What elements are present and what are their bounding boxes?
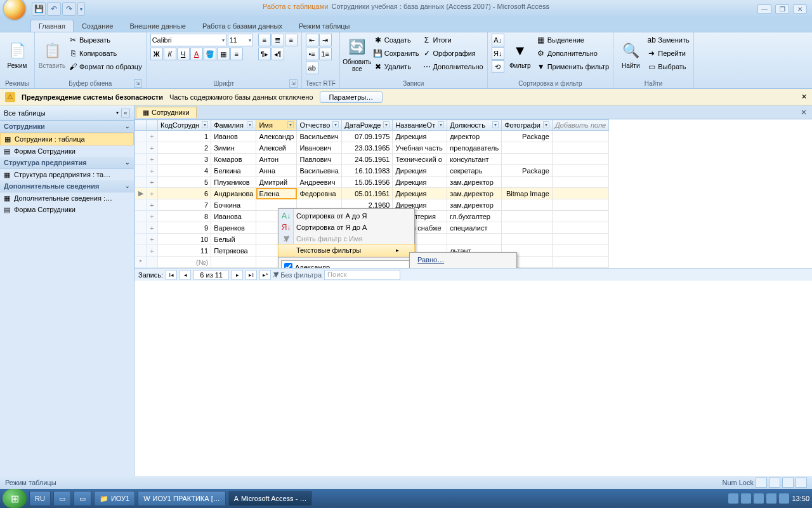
no-filter-indicator[interactable]: ▼̸Без фильтра (273, 271, 322, 279)
filter-checkbox[interactable] (284, 263, 292, 268)
cell-position[interactable]: зам.директор (447, 199, 502, 211)
cell-photo[interactable]: Package (502, 131, 553, 142)
selection-filter-button[interactable]: ▦Выделение (536, 34, 610, 46)
cell-dept[interactable]: Дирекция (393, 177, 447, 188)
underline-button[interactable]: Ч (177, 48, 190, 60)
bullets-button[interactable]: •≡ (306, 48, 318, 60)
close-button[interactable]: ✕ (793, 4, 807, 14)
cell-add[interactable] (552, 222, 608, 234)
table-row[interactable]: + 2 Зимин Алексей Иванович 23.03.1965 Уч… (135, 142, 609, 154)
record-search-input[interactable]: Поиск (324, 270, 400, 280)
cell-firstname[interactable]: Александр (256, 131, 297, 142)
expand-button[interactable]: + (147, 142, 158, 154)
font-color-button[interactable]: A (190, 48, 203, 60)
expand-button[interactable]: + (147, 165, 158, 177)
expand-button[interactable]: + (147, 199, 158, 211)
cell-lastname[interactable]: Бочкина (211, 199, 256, 211)
find-button[interactable]: 🔍 Найти (617, 34, 644, 76)
col-midname[interactable]: Отчество▾ (297, 120, 342, 131)
prev-record-button[interactable]: ◂ (180, 270, 191, 280)
row-selector[interactable] (135, 154, 147, 165)
cell-position[interactable]: зам.директор (447, 177, 502, 188)
table-row[interactable]: + 4 Белкина Анна Васильевна 16.10.1983 Д… (135, 165, 609, 177)
cell-photo[interactable]: Package (502, 165, 553, 177)
tray-icon[interactable] (741, 493, 751, 504)
cell-lastname[interactable]: Иванов (211, 131, 256, 142)
next-record-button[interactable]: ▸ (232, 270, 243, 280)
language-bar[interactable]: RU (29, 491, 51, 506)
expand-button[interactable]: + (147, 177, 158, 188)
cell-lastname[interactable]: Варенков (211, 222, 256, 234)
cell-dob[interactable]: 16.10.1983 (342, 165, 393, 177)
cell-add[interactable] (552, 199, 608, 211)
expand-button[interactable]: + (147, 222, 158, 234)
cell-add[interactable] (552, 234, 608, 245)
cell-id[interactable]: 1 (158, 131, 211, 142)
cell-firstname[interactable]: Антон (256, 154, 297, 165)
cell-add[interactable] (552, 188, 608, 199)
tab-create[interactable]: Создание (74, 20, 122, 32)
quick-launch-2[interactable]: ▭ (74, 491, 91, 506)
advanced-filter-button[interactable]: ⚙Дополнительно (536, 47, 610, 60)
last-record-button[interactable]: ▸I (246, 270, 257, 280)
spelling-button[interactable]: ✓Орфография (422, 47, 483, 60)
row-selector-header[interactable] (135, 120, 147, 131)
row-selector[interactable] (135, 211, 147, 222)
align-left-button[interactable]: ≡ (258, 34, 271, 46)
nav-item-additional-form[interactable]: ▤Форма Сотрудники (0, 204, 134, 215)
cell-midname[interactable]: Васильевна (297, 165, 342, 177)
cell-photo[interactable] (502, 154, 553, 165)
cell-add[interactable] (552, 154, 608, 165)
cell-photo[interactable]: Bitmap Image (502, 188, 553, 199)
record-position-input[interactable] (193, 270, 229, 280)
undo-icon[interactable]: ↶ (47, 2, 61, 16)
cell-firstname[interactable]: Дмитрий (256, 177, 297, 188)
cell-id[interactable]: 2 (158, 142, 211, 154)
expand-button[interactable]: + (147, 234, 158, 245)
cell-dob[interactable]: 05.01.1961 (342, 188, 393, 199)
nav-group-structure[interactable]: Структура предприятия⌄ (0, 157, 134, 169)
cell-dob[interactable]: 24.05.1961 (342, 154, 393, 165)
cell-position[interactable] (447, 234, 502, 245)
toggle-filter-button[interactable]: ▼Применить фильтр (536, 60, 610, 73)
datasheet-grid[interactable]: КодСотрудн▾ Фамилия▾ Имя▾ Отчество▾ Дата… (134, 119, 812, 268)
cell-firstname[interactable]: Анна (256, 165, 297, 177)
cell-position[interactable]: консультант (447, 154, 502, 165)
text-filters-item[interactable]: Текстовые фильтры▸ (278, 244, 415, 257)
cell-dob[interactable]: 23.03.1965 (342, 142, 393, 154)
cell-id[interactable]: 11 (158, 245, 211, 257)
cell-position[interactable]: преподаватель (447, 142, 502, 154)
view-button[interactable]: 📄 Режим (4, 34, 30, 76)
cell-lastname[interactable]: Плужников (211, 177, 256, 188)
totals-button[interactable]: ΣИтоги (422, 34, 483, 46)
numbering-button[interactable]: 1≡ (319, 48, 332, 60)
cell-dept[interactable]: Дирекция (393, 188, 447, 199)
cell-lastname[interactable]: Петрякова (211, 245, 256, 257)
sort-asc-button[interactable]: A↓ (492, 34, 504, 46)
expand-button[interactable]: + (147, 211, 158, 222)
sort-desc-button[interactable]: Я↓ (492, 47, 504, 60)
clear-sort-button[interactable]: ⟲ (492, 60, 504, 73)
cell-photo[interactable] (502, 177, 553, 188)
save-icon[interactable]: 💾 (32, 2, 46, 16)
tab-database-tools[interactable]: Работа с базами данных (194, 20, 291, 32)
cell-lastname[interactable]: Иванова (211, 211, 256, 222)
fill-color-button[interactable]: 🪣 (204, 48, 216, 60)
nav-group-additional[interactable]: Дополнительные сведения⌄ (0, 180, 134, 192)
collapse-nav-button[interactable]: « (121, 109, 130, 117)
replace-button[interactable]: abЗаменить (646, 34, 689, 46)
close-tab-button[interactable]: ✕ (796, 108, 812, 117)
cell-id[interactable]: 6 (158, 188, 211, 199)
cell-dept[interactable]: Дирекция (393, 165, 447, 177)
increase-indent-button[interactable]: ⇥ (319, 34, 332, 46)
copy-button[interactable]: ⎘Копировать (68, 47, 142, 60)
col-add-field[interactable]: Добавить поле (552, 120, 608, 131)
col-dob[interactable]: ДатаРожде▾ (342, 120, 393, 131)
row-selector[interactable] (135, 177, 147, 188)
expand-button[interactable]: + (147, 154, 158, 165)
gridlines-button[interactable]: ▦ (217, 48, 230, 60)
cell-lastname[interactable]: Андрианова (211, 188, 256, 199)
col-id[interactable]: КодСотрудн▾ (158, 120, 211, 131)
goto-button[interactable]: ➜Перейти (646, 47, 689, 60)
table-row[interactable]: + 1 Иванов Александр Васильевич 07.09.19… (135, 131, 609, 142)
